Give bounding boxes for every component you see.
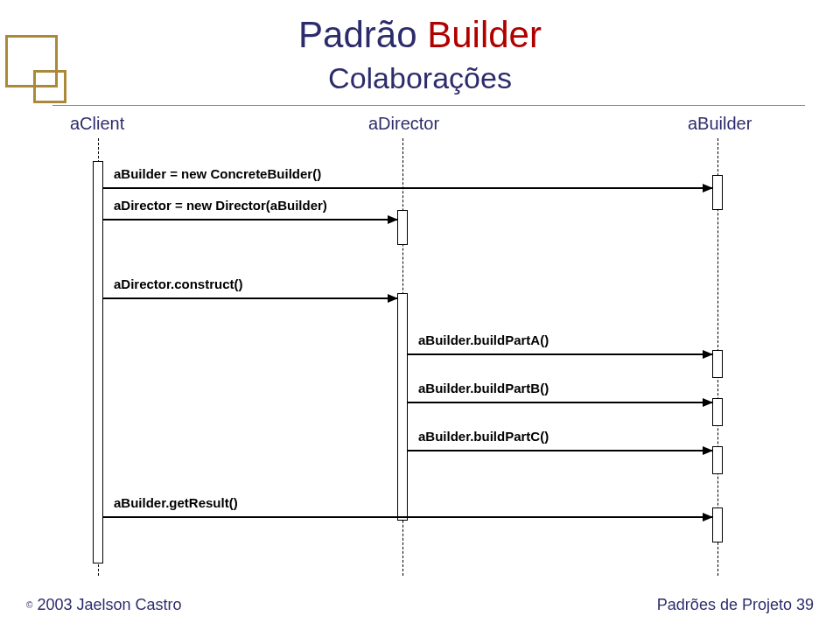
footer-author-text: 2003 Jaelson Castro	[32, 596, 181, 613]
title-word-1: Padrão	[298, 14, 416, 55]
footer-author: © 2003 Jaelson Castro	[26, 596, 181, 614]
msg-buildpartc: aBuilder.buildPartC()	[418, 429, 549, 444]
arrow-construct	[103, 298, 397, 299]
msg-buildpartb: aBuilder.buildPartB()	[418, 381, 549, 396]
title-rule	[52, 105, 805, 106]
msg-new-builder: aBuilder = new ConcreteBuilder()	[114, 166, 321, 181]
participant-client: aClient	[70, 114, 124, 134]
slide: Padrão Builder Colaborações aClient aDir…	[0, 0, 840, 630]
arrow-new-builder	[103, 187, 712, 189]
footer-right-text: Padrões de Projeto	[657, 596, 792, 613]
participant-director: aDirector	[368, 114, 439, 134]
arrow-new-director	[103, 219, 397, 220]
activation-client-main	[93, 161, 103, 564]
slide-subtitle: Colaborações	[0, 61, 840, 95]
footer-page: Padrões de Projeto 39	[657, 596, 814, 614]
slide-title: Padrão Builder	[0, 14, 840, 56]
activation-builder-partc	[712, 446, 723, 474]
msg-new-director: aDirector = new Director(aBuilder)	[114, 198, 327, 213]
msg-construct: aDirector.construct()	[114, 276, 243, 291]
activation-director-construct	[397, 293, 408, 521]
activation-builder-partb	[712, 398, 723, 426]
title-word-2: Builder	[427, 14, 542, 55]
msg-getresult: aBuilder.getResult()	[114, 495, 238, 510]
arrow-getresult	[103, 516, 712, 518]
footer-page-number: 39	[796, 596, 814, 613]
sequence-diagram: aClient aDirector aBuilder aBuilder = ne…	[0, 114, 840, 578]
activation-builder-new	[712, 175, 723, 210]
msg-buildparta: aBuilder.buildPartA()	[418, 332, 549, 347]
arrow-buildparta	[408, 354, 712, 355]
arrow-buildpartb	[408, 402, 712, 403]
arrow-buildpartc	[408, 450, 712, 452]
activation-builder-getresult	[712, 508, 723, 542]
participant-builder: aBuilder	[688, 114, 752, 134]
activation-builder-parta	[712, 350, 723, 378]
activation-director-new	[397, 210, 408, 245]
